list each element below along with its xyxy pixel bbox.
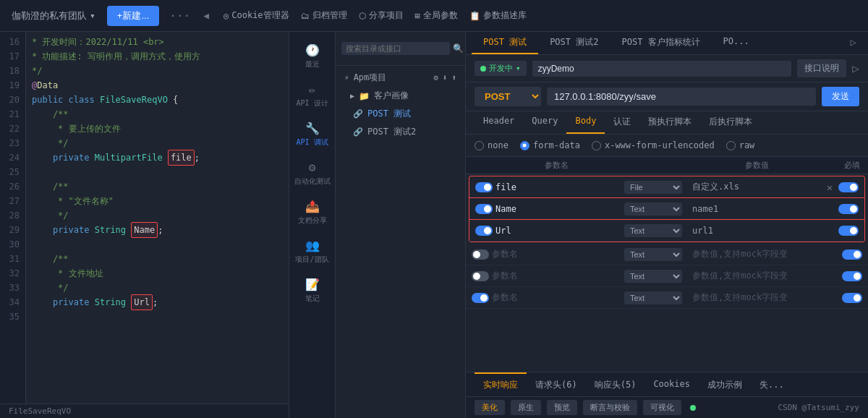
param-value-file: 自定义.xls — [689, 181, 821, 193]
tab-realtime[interactable]: 实时响应 — [475, 372, 527, 396]
radio-form-data[interactable]: form-data — [520, 140, 580, 150]
collapse-arrow-icon[interactable]: ◀ — [200, 7, 212, 24]
code-line-32: * 文件地址 — [26, 266, 289, 281]
nav-param-desc[interactable]: 📋 参数描述库 — [469, 9, 527, 22]
notes-label: 笔记 — [305, 294, 320, 304]
tab-cookies[interactable]: Cookies — [644, 372, 699, 396]
auto-test-label: 自动化测试 — [294, 176, 331, 187]
required-toggle-name[interactable] — [838, 204, 859, 214]
archive-icon: 🗂 — [301, 11, 310, 21]
url-input[interactable] — [547, 88, 816, 106]
nav-cookie[interactable]: ◎ Cookie管理器 — [224, 9, 289, 22]
ln-23: 23 — [0, 136, 25, 150]
tab-header[interactable]: Header — [475, 111, 523, 134]
assert-button[interactable]: 断言与校验 — [583, 400, 637, 415]
sidebar-item-notes[interactable]: 📝 笔记 — [289, 272, 335, 310]
radio-none[interactable]: none — [475, 140, 509, 150]
visualize-button[interactable]: 可视化 — [643, 400, 681, 415]
api-design-label: API 设计 — [296, 98, 328, 108]
new-button[interactable]: +新建... — [107, 6, 159, 26]
required-toggle-ph1[interactable] — [842, 249, 862, 260]
required-toggle-url[interactable] — [838, 226, 859, 236]
type-select-ph3[interactable]: Text — [624, 291, 682, 304]
param-row-placeholder-1: 参数名 Text 参数值,支持mock字段变 — [466, 244, 868, 265]
required-toggle-file[interactable] — [838, 182, 859, 192]
code-line-18: */ — [26, 64, 289, 78]
type-select-url[interactable]: Text File — [624, 224, 682, 237]
sidebar-item-project[interactable]: 👥 项目/团队 — [289, 233, 335, 270]
toggle-file[interactable] — [475, 182, 493, 192]
search-input[interactable] — [341, 42, 450, 55]
method-select[interactable]: POST GET PUT DELETE — [475, 87, 541, 106]
type-select-file[interactable]: File Text — [624, 181, 682, 194]
preview-button[interactable]: 预览 — [547, 400, 577, 415]
tab-success-example[interactable]: 成功示例 — [699, 372, 751, 396]
bottom-tabs: 实时响应 请求头(6) 响应头(5) Cookies 成功示例 失... — [466, 372, 868, 396]
tab-post-script[interactable]: 后执行脚本 — [700, 111, 761, 134]
tab-fail[interactable]: 失... — [751, 372, 793, 396]
sidebar-item-doc-share[interactable]: 📤 文档分享 — [289, 194, 335, 231]
toggle-placeholder-1[interactable] — [472, 249, 489, 260]
radio-circle-raw — [726, 141, 736, 150]
delete-file-icon[interactable]: ✕ — [821, 182, 838, 193]
ln-25: 25 — [0, 165, 25, 179]
code-line-30 — [26, 237, 289, 252]
recent-icon: 🕐 — [305, 43, 320, 57]
radio-urlencoded[interactable]: x-www-form-urlencoded — [592, 140, 715, 150]
tab-res-headers[interactable]: 响应头(5) — [586, 372, 645, 396]
tab-pre-script[interactable]: 预执行脚本 — [639, 111, 700, 134]
toggle-placeholder-2[interactable] — [472, 271, 489, 281]
required-toggle-ph2[interactable] — [842, 271, 862, 281]
ln-29: 29 — [0, 223, 25, 237]
type-select-name[interactable]: Text File — [624, 202, 682, 216]
params-header: 参数名 参数值 必填 — [466, 157, 868, 174]
tree-item-customer[interactable]: ▶ 📁 客户画像 — [336, 87, 465, 105]
doc-share-icon: 📤 — [305, 200, 320, 213]
nav-archive[interactable]: 🗂 归档管理 — [301, 9, 347, 22]
team-selector[interactable]: 伽勒澄的私有团队 ▾ — [6, 7, 101, 25]
interface-desc-button[interactable]: 接口说明 — [797, 59, 846, 77]
search-box: 🔍 全部 ▾ ⚙ — [336, 32, 465, 66]
tab-body[interactable]: Body — [566, 111, 605, 134]
toggle-placeholder-3[interactable] — [472, 293, 489, 303]
tree-item-post-test[interactable]: 🔗 POST 测试 — [336, 105, 465, 123]
more-button[interactable]: ··· — [165, 6, 195, 25]
param-value-name: name1 — [689, 204, 821, 214]
tab-post-test2[interactable]: POST 测试2 — [538, 32, 610, 54]
code-line-20: public class FileSaveReqVO { — [26, 93, 289, 107]
tree-section-apm[interactable]: ⚡ Apm项目 ⚙ ⬇ ⬆ — [336, 69, 465, 87]
api-method2-icon: 🔗 — [353, 127, 363, 137]
required-toggle-ph3[interactable] — [842, 293, 862, 303]
nav-share[interactable]: ⬡ 分享项目 — [359, 9, 404, 22]
tab-auth[interactable]: 认证 — [605, 111, 639, 134]
nav-global-params[interactable]: ⊞ 全局参数 — [415, 9, 458, 22]
radio-circle-form-data — [520, 141, 529, 150]
tab-post-customer-stats[interactable]: POST 客户指标统计 — [610, 32, 711, 54]
type-select-ph2[interactable]: Text — [624, 270, 682, 283]
toggle-url[interactable] — [475, 226, 493, 236]
tab-more[interactable]: PO... — [712, 32, 761, 54]
ln-22: 22 — [0, 121, 25, 136]
send-button[interactable]: 发送 — [822, 87, 859, 106]
api-name-input[interactable] — [532, 61, 792, 77]
type-select-ph1[interactable]: Text — [624, 248, 682, 261]
toggle-name[interactable] — [475, 204, 493, 214]
sidebar-item-api-design[interactable]: ✏️ API 设计 — [289, 77, 335, 114]
tab-query[interactable]: Query — [523, 111, 566, 134]
param-row-placeholder-3: 参数名 Text 参数值,支持mock字段变 — [466, 287, 868, 309]
share-icon: ⬡ — [359, 11, 366, 21]
raw-button[interactable]: 原生 — [511, 400, 541, 415]
sidebar-item-recent[interactable]: 🕐 最近 — [289, 38, 335, 75]
sidebar-item-auto-test[interactable]: ⚙️ 自动化测试 — [289, 155, 335, 192]
param-value-placeholder-2: 参数值,支持mock字段变 — [689, 270, 825, 282]
expand-right-icon[interactable]: ▷ — [852, 61, 859, 75]
tree-item-post-test2[interactable]: 🔗 POST 测试2 — [336, 123, 465, 141]
sidebar-item-api-debug[interactable]: 🔧 API 调试 — [289, 116, 335, 153]
tab-req-headers[interactable]: 请求头(6) — [527, 372, 586, 396]
tab-post-test[interactable]: POST 测试 — [472, 32, 538, 54]
radio-raw[interactable]: raw — [726, 140, 755, 150]
env-selector[interactable]: 开发中 ▾ — [475, 61, 527, 76]
param-row-url: Url Text File url1 — [469, 220, 864, 242]
expand-panel-icon[interactable]: ▷ — [845, 32, 862, 54]
beautify-button[interactable]: 美化 — [475, 400, 505, 415]
